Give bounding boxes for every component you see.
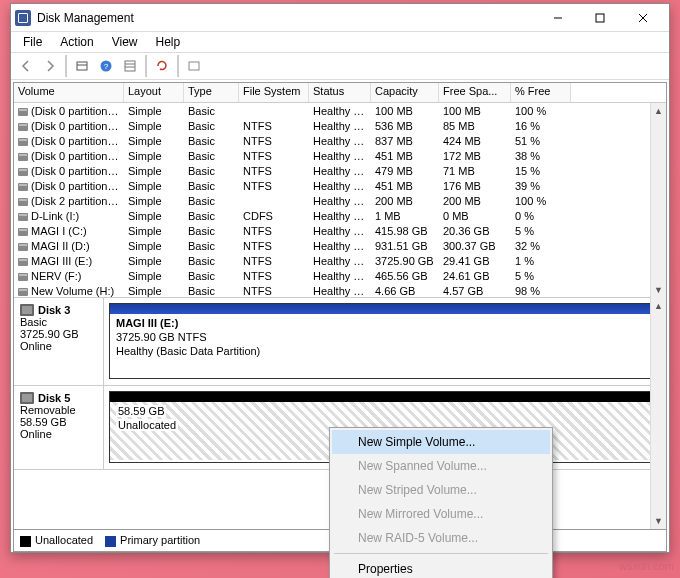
disk3-part-name: MAGI III (E:): [116, 317, 178, 329]
svg-rect-8: [125, 61, 135, 71]
col-pctfree[interactable]: % Free: [511, 83, 571, 102]
disk-row-3: Disk 3 Basic 3725.90 GB Online MAGI III …: [14, 298, 666, 386]
table-row[interactable]: (Disk 0 partition 6)SimpleBasicNTFSHealt…: [14, 133, 666, 148]
disk5-size: 58.59 GB: [20, 416, 97, 428]
scroll-down-icon[interactable]: ▼: [651, 513, 666, 529]
disk3-status: Online: [20, 340, 97, 352]
settings-button[interactable]: [119, 55, 141, 77]
disk5-status: Online: [20, 428, 97, 440]
volume-list: Volume Layout Type File System Status Ca…: [14, 83, 666, 298]
col-volume[interactable]: Volume: [14, 83, 124, 102]
volume-scrollbar[interactable]: ▲ ▼: [650, 103, 666, 298]
table-row[interactable]: (Disk 0 partition 9)SimpleBasicNTFSHealt…: [14, 163, 666, 178]
separator: [145, 55, 147, 77]
scroll-up-icon[interactable]: ▲: [651, 103, 666, 119]
disk-icon: [20, 392, 34, 404]
volume-icon: [18, 108, 28, 116]
separator: [177, 55, 179, 77]
menu-new-raid5-volume: New RAID-5 Volume...: [332, 526, 550, 550]
col-type[interactable]: Type: [184, 83, 239, 102]
disk-scrollbar[interactable]: ▲ ▼: [650, 298, 666, 529]
table-row[interactable]: MAGI II (D:)SimpleBasicNTFSHealthy (B...…: [14, 238, 666, 253]
volume-icon: [18, 123, 28, 131]
maximize-button[interactable]: [579, 5, 621, 31]
volume-icon: [18, 228, 28, 236]
back-button[interactable]: [15, 55, 37, 77]
volume-icon: [18, 183, 28, 191]
col-status[interactable]: Status: [309, 83, 371, 102]
menu-view[interactable]: View: [104, 34, 146, 50]
table-row[interactable]: MAGI I (C:)SimpleBasicNTFSHealthy (B...4…: [14, 223, 666, 238]
table-row[interactable]: MAGI III (E:)SimpleBasicNTFSHealthy (P..…: [14, 253, 666, 268]
col-layout[interactable]: Layout: [124, 83, 184, 102]
volume-icon: [18, 213, 28, 221]
list-view-button[interactable]: [183, 55, 205, 77]
menu-file[interactable]: File: [15, 34, 50, 50]
swatch-primary: [105, 536, 116, 547]
svg-rect-11: [189, 62, 199, 70]
show-hide-button[interactable]: [71, 55, 93, 77]
column-headers: Volume Layout Type File System Status Ca…: [14, 83, 666, 103]
watermark: wsxdn.com: [619, 560, 674, 572]
volume-rows[interactable]: (Disk 0 partition 2)SimpleBasicHealthy (…: [14, 103, 666, 298]
forward-button[interactable]: [39, 55, 61, 77]
minimize-button[interactable]: [537, 5, 579, 31]
menubar: File Action View Help: [11, 32, 669, 52]
menu-separator: [334, 553, 548, 554]
titlebar[interactable]: Disk Management: [11, 4, 669, 32]
help-button[interactable]: ?: [95, 55, 117, 77]
context-menu: New Simple Volume... New Spanned Volume.…: [329, 427, 553, 578]
partition-bar-unallocated: [110, 392, 660, 402]
swatch-unallocated: [20, 536, 31, 547]
col-freespace[interactable]: Free Spa...: [439, 83, 511, 102]
legend-primary: Primary partition: [120, 534, 200, 546]
col-capacity[interactable]: Capacity: [371, 83, 439, 102]
table-row[interactable]: (Disk 0 partition 5)SimpleBasicNTFSHealt…: [14, 118, 666, 133]
menu-new-striped-volume: New Striped Volume...: [332, 478, 550, 502]
legend-unallocated: Unallocated: [35, 534, 93, 546]
disk3-label[interactable]: Disk 3 Basic 3725.90 GB Online: [14, 298, 104, 385]
col-filesystem[interactable]: File System: [239, 83, 309, 102]
svg-rect-1: [596, 14, 604, 22]
toolbar: ?: [11, 52, 669, 80]
menu-properties[interactable]: Properties: [332, 557, 550, 578]
menu-action[interactable]: Action: [52, 34, 101, 50]
table-row[interactable]: D-Link (I:)SimpleBasicCDFSHealthy (P...1…: [14, 208, 666, 223]
disk5-name: Disk 5: [38, 392, 70, 404]
disk5-part-size: 58.59 GB: [118, 405, 164, 417]
disk5-type: Removable: [20, 404, 97, 416]
svg-text:?: ?: [104, 62, 109, 71]
partition-bar-primary: [110, 304, 660, 314]
disk3-part-status: Healthy (Basic Data Partition): [116, 345, 260, 357]
window-title: Disk Management: [37, 11, 537, 25]
app-icon: [15, 10, 31, 26]
refresh-button[interactable]: [151, 55, 173, 77]
volume-icon: [18, 258, 28, 266]
disk-icon: [20, 304, 34, 316]
volume-icon: [18, 168, 28, 176]
volume-icon: [18, 273, 28, 281]
disk3-type: Basic: [20, 316, 97, 328]
separator: [65, 55, 67, 77]
table-row[interactable]: New Volume (H:)SimpleBasicNTFSHealthy (B…: [14, 283, 666, 298]
table-row[interactable]: (Disk 2 partition 1)SimpleBasicHealthy (…: [14, 193, 666, 208]
menu-help[interactable]: Help: [148, 34, 189, 50]
table-row[interactable]: (Disk 0 partition 10)SimpleBasicNTFSHeal…: [14, 178, 666, 193]
scroll-down-icon[interactable]: ▼: [651, 282, 666, 298]
menu-new-mirrored-volume: New Mirrored Volume...: [332, 502, 550, 526]
disk3-partition[interactable]: MAGI III (E:) 3725.90 GB NTFS Healthy (B…: [109, 303, 661, 379]
menu-new-simple-volume[interactable]: New Simple Volume...: [332, 430, 550, 454]
volume-icon: [18, 153, 28, 161]
scroll-up-icon[interactable]: ▲: [651, 298, 666, 314]
volume-icon: [18, 243, 28, 251]
disk3-part-size: 3725.90 GB NTFS: [116, 331, 207, 343]
disk5-part-status: Unallocated: [118, 419, 176, 431]
disk3-body: MAGI III (E:) 3725.90 GB NTFS Healthy (B…: [104, 298, 666, 385]
volume-icon: [18, 138, 28, 146]
close-button[interactable]: [621, 5, 665, 31]
disk5-label[interactable]: Disk 5 Removable 58.59 GB Online: [14, 386, 104, 469]
table-row[interactable]: (Disk 0 partition 8)SimpleBasicNTFSHealt…: [14, 148, 666, 163]
svg-rect-4: [77, 62, 87, 70]
table-row[interactable]: NERV (F:)SimpleBasicNTFSHealthy (B...465…: [14, 268, 666, 283]
table-row[interactable]: (Disk 0 partition 2)SimpleBasicHealthy (…: [14, 103, 666, 118]
